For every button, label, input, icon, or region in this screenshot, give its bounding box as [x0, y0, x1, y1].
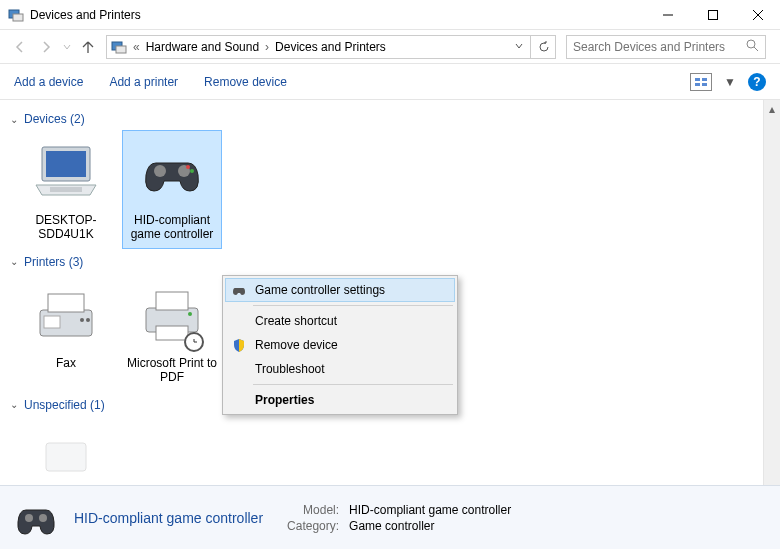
device-item-controller[interactable]: HID-compliant game controller: [122, 130, 222, 249]
search-input[interactable]: [573, 40, 745, 54]
svg-rect-7: [116, 46, 126, 53]
chevron-right-icon[interactable]: ›: [265, 40, 269, 54]
refresh-button[interactable]: [530, 36, 551, 58]
item-label: HID-compliant game controller: [125, 213, 219, 242]
address-bar[interactable]: « Hardware and Sound › Devices and Print…: [106, 35, 556, 59]
menu-separator: [253, 305, 453, 306]
help-button[interactable]: ?: [748, 73, 766, 91]
group-header-printers[interactable]: ⌄ Printers (3): [10, 255, 770, 269]
menu-label: Properties: [255, 393, 314, 407]
crumb-prefix: «: [133, 40, 140, 54]
status-badge-icon: [184, 332, 204, 352]
group-label: Printers (3): [24, 255, 83, 269]
shield-icon: [231, 337, 247, 353]
menu-troubleshoot[interactable]: Troubleshoot: [225, 357, 455, 381]
svg-point-19: [186, 165, 190, 169]
vertical-scrollbar[interactable]: ▴: [763, 100, 780, 485]
item-label: Microsoft Print to PDF: [125, 356, 219, 385]
device-item-desktop[interactable]: DESKTOP-SDD4U1K: [16, 130, 116, 249]
breadcrumb-2[interactable]: Devices and Printers: [275, 40, 386, 54]
svg-rect-16: [50, 187, 82, 192]
menu-remove-device[interactable]: Remove device: [225, 333, 455, 357]
title-bar: Devices and Printers: [0, 0, 780, 30]
svg-point-8: [747, 40, 755, 48]
printer-item-pdf[interactable]: Microsoft Print to PDF: [122, 273, 222, 392]
item-label: DESKTOP-SDD4U1K: [19, 213, 113, 242]
laptop-icon: [30, 137, 102, 209]
menu-separator: [253, 384, 453, 385]
command-bar: Add a device Add a printer Remove device…: [0, 64, 780, 100]
menu-properties[interactable]: Properties: [225, 388, 455, 412]
group-label: Devices (2): [24, 112, 85, 126]
menu-label: Remove device: [255, 338, 338, 352]
chevron-down-icon: ⌄: [10, 256, 18, 267]
add-printer-button[interactable]: Add a printer: [109, 75, 178, 89]
remove-device-button[interactable]: Remove device: [204, 75, 287, 89]
menu-game-controller-settings[interactable]: Game controller settings: [225, 278, 455, 302]
game-controller-icon: [12, 494, 60, 542]
svg-rect-38: [46, 443, 86, 471]
svg-line-9: [754, 47, 758, 51]
window-icon: [8, 7, 24, 23]
svg-rect-1: [13, 14, 23, 21]
svg-rect-27: [156, 292, 188, 310]
navigation-bar: « Hardware and Sound › Devices and Print…: [0, 30, 780, 64]
menu-label: Troubleshoot: [255, 362, 325, 376]
svg-point-29: [188, 312, 192, 316]
location-icon: [111, 39, 127, 55]
menu-create-shortcut[interactable]: Create shortcut: [225, 309, 455, 333]
details-category-value: Game controller: [349, 519, 511, 533]
breadcrumb-1[interactable]: Hardware and Sound: [146, 40, 259, 54]
details-model-key: Model:: [287, 503, 339, 517]
search-box[interactable]: [566, 35, 766, 59]
scroll-up-button[interactable]: ▴: [764, 100, 780, 117]
window-title: Devices and Printers: [30, 8, 645, 22]
back-button[interactable]: [8, 35, 32, 59]
printer-icon: [136, 280, 208, 352]
device-icon: [30, 423, 102, 495]
svg-rect-28: [156, 326, 188, 340]
view-options-button[interactable]: [690, 73, 712, 91]
svg-point-24: [80, 318, 84, 322]
svg-rect-3: [708, 10, 717, 19]
maximize-button[interactable]: [690, 0, 735, 30]
controller-icon: [231, 282, 247, 298]
group-label: Unspecified (1): [24, 398, 105, 412]
details-pane: HID-compliant game controller Model: HID…: [0, 485, 780, 549]
add-device-button[interactable]: Add a device: [14, 75, 83, 89]
minimize-button[interactable]: [645, 0, 690, 30]
svg-rect-10: [695, 78, 700, 81]
item-label: Fax: [19, 356, 113, 370]
up-button[interactable]: [76, 35, 100, 59]
content-area: ⌄ Devices (2) DESKTOP-SDD4U1K HID-compli…: [0, 100, 780, 500]
game-controller-icon: [136, 137, 208, 209]
recent-dropdown[interactable]: [60, 35, 74, 59]
chevron-down-icon: ⌄: [10, 114, 18, 125]
context-menu: Game controller settings Create shortcut…: [222, 275, 458, 415]
svg-point-40: [39, 514, 47, 522]
svg-rect-11: [695, 83, 700, 86]
svg-point-17: [154, 165, 166, 177]
details-category-key: Category:: [287, 519, 339, 533]
group-header-devices[interactable]: ⌄ Devices (2): [10, 112, 770, 126]
printer-item-fax[interactable]: Fax: [16, 273, 116, 392]
chevron-down-icon: ⌄: [10, 399, 18, 410]
close-button[interactable]: [735, 0, 780, 30]
search-icon[interactable]: [745, 38, 759, 55]
address-dropdown[interactable]: [514, 40, 524, 54]
forward-button[interactable]: [34, 35, 58, 59]
fax-icon: [30, 280, 102, 352]
details-model-value: HID-compliant game controller: [349, 503, 511, 517]
details-name: HID-compliant game controller: [74, 510, 263, 526]
svg-point-39: [25, 514, 33, 522]
menu-label: Game controller settings: [255, 283, 385, 297]
svg-rect-13: [702, 83, 707, 86]
svg-point-20: [190, 169, 194, 173]
svg-rect-12: [702, 78, 707, 81]
svg-rect-22: [48, 294, 84, 312]
view-dropdown[interactable]: ▼: [724, 75, 736, 89]
svg-rect-23: [44, 316, 60, 328]
svg-rect-15: [46, 151, 86, 177]
svg-point-25: [86, 318, 90, 322]
menu-label: Create shortcut: [255, 314, 337, 328]
